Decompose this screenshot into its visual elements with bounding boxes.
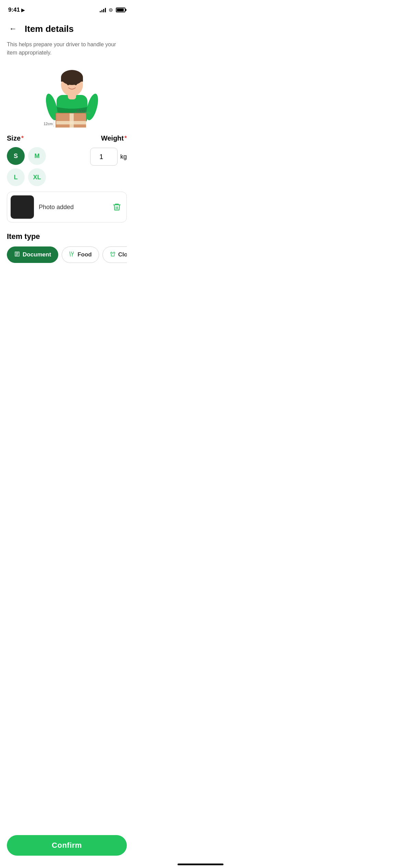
item-type-section: Item type Document Food: [0, 226, 134, 268]
svg-rect-13: [70, 113, 74, 128]
size-options: S M L XL: [7, 147, 67, 186]
size-weight-row: Size* S M L XL Weight* kg: [0, 131, 134, 188]
size-label: Size*: [7, 134, 67, 142]
page-title: Item details: [25, 24, 74, 34]
weight-label: Weight*: [101, 134, 127, 142]
battery-icon: [116, 8, 125, 12]
type-btn-food[interactable]: Food: [62, 246, 99, 263]
svg-text:12cm: 12cm: [44, 122, 53, 126]
size-btn-m[interactable]: M: [28, 147, 46, 165]
size-section: Size* S M L XL: [7, 134, 67, 186]
time-display: 9:41: [8, 7, 20, 13]
status-bar: 9:41 ▶ ⊜: [0, 0, 134, 17]
size-btn-xl[interactable]: XL: [28, 168, 46, 186]
page-description: This helps prepare your driver to handle…: [0, 38, 134, 62]
back-arrow-icon: ←: [9, 24, 17, 33]
svg-point-10: [74, 82, 77, 85]
photo-row: Photo added: [7, 192, 127, 222]
trash-icon: [112, 203, 121, 212]
food-label: Food: [77, 251, 92, 258]
status-time: 9:41 ▶: [8, 7, 25, 13]
type-btn-clothing[interactable]: Clothing: [102, 246, 127, 263]
location-icon: ▶: [21, 8, 25, 13]
document-icon: [14, 251, 20, 258]
photo-thumbnail: [11, 195, 34, 219]
weight-section: Weight* kg: [67, 134, 127, 166]
size-btn-l[interactable]: L: [7, 168, 25, 186]
wifi-icon: ⊜: [109, 7, 113, 13]
back-button[interactable]: ←: [7, 23, 19, 35]
weight-unit: kg: [120, 153, 127, 160]
signal-icon: [100, 8, 106, 12]
svg-point-9: [67, 82, 70, 85]
food-icon: [69, 251, 75, 258]
weight-input-row: kg: [90, 148, 127, 166]
delete-photo-button[interactable]: [111, 201, 123, 213]
clothing-label: Clothing: [118, 251, 127, 258]
document-label: Document: [23, 251, 51, 258]
photo-label: Photo added: [39, 204, 106, 211]
status-icons: ⊜: [100, 7, 125, 13]
illustration-area: 15cm 12cm 20cm: [0, 62, 134, 131]
item-type-options: Document Food Clothing: [7, 246, 127, 265]
header: ← Item details: [0, 17, 134, 38]
item-type-label: Item type: [7, 232, 127, 241]
size-btn-s[interactable]: S: [7, 147, 25, 165]
weight-input[interactable]: [90, 148, 118, 166]
type-btn-document[interactable]: Document: [7, 246, 58, 263]
delivery-illustration: 15cm 12cm 20cm: [19, 62, 115, 128]
svg-rect-8: [61, 77, 83, 82]
clothing-icon: [110, 251, 116, 258]
